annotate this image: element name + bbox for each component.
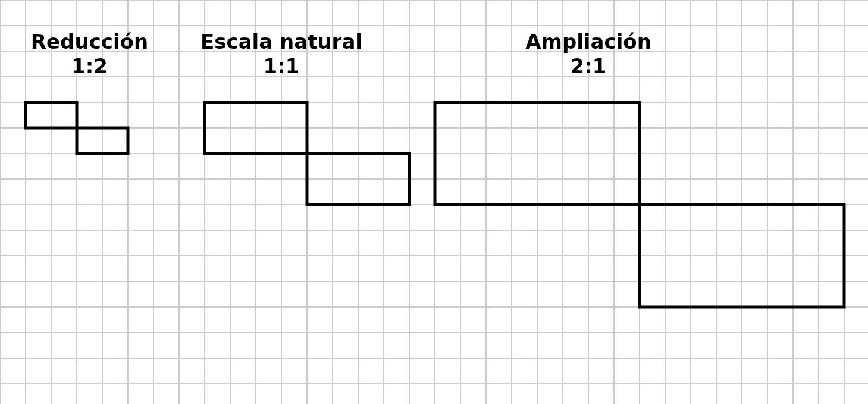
diagram-canvas: Reducción1:2Escala natural1:1Ampliación2… xyxy=(0,0,868,404)
figure-natural: Escala natural1:1 xyxy=(200,30,409,205)
ratio-ampliacion: 2:1 xyxy=(571,54,607,78)
ratio-reduccion: 1:2 xyxy=(71,54,108,78)
title-ampliacion: Ampliación xyxy=(525,30,651,54)
shape-reduccion xyxy=(26,102,128,154)
ratio-natural: 1:1 xyxy=(264,54,300,78)
figure-reduccion: Reducción1:2 xyxy=(26,30,148,154)
title-reduccion: Reducción xyxy=(31,30,148,54)
shape-natural xyxy=(205,102,409,205)
shape-ampliacion xyxy=(435,102,844,307)
title-natural: Escala natural xyxy=(200,30,362,54)
